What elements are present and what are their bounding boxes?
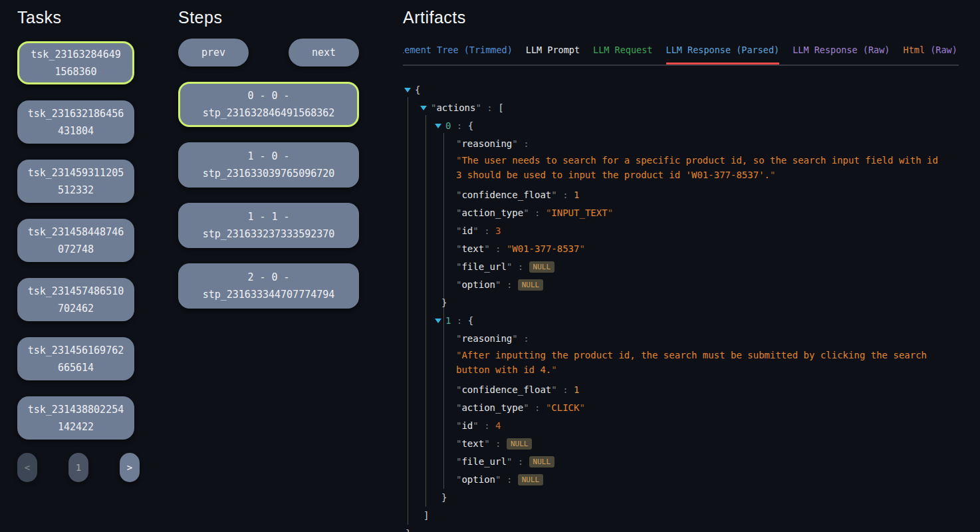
artifacts-panel: Artifacts Element Tree (Trimmed)LLM Prom… <box>403 8 959 532</box>
json-row: "action_type" : "INPUT_TEXT" <box>403 204 943 222</box>
tab-strip: Element Tree (Trimmed)LLM PromptLLM Requ… <box>403 45 957 65</box>
pagination-page-button[interactable]: 1 <box>68 453 88 482</box>
task-button[interactable]: tsk_231456169762665614 <box>17 337 134 380</box>
tab-html-raw[interactable]: Html (Raw) <box>904 45 957 65</box>
json-row: "file_url" : NULL <box>403 258 943 276</box>
json-row: 0 : { <box>403 117 943 135</box>
json-row: } <box>403 489 943 507</box>
json-row: } <box>403 525 943 532</box>
steps-title: Steps <box>178 8 359 27</box>
json-row: ] <box>403 507 943 525</box>
json-row: "text" : NULL <box>403 435 943 453</box>
step-button[interactable]: 1 - 1 - stp_231633237333592370 <box>178 203 359 248</box>
pagination-prev-button[interactable]: < <box>17 453 37 482</box>
tab-llm-prompt[interactable]: LLM Prompt <box>526 45 580 65</box>
task-button[interactable]: tsk_231457486510702462 <box>17 278 134 321</box>
json-row: "text" : "W01-377-8537" <box>403 240 943 258</box>
step-button[interactable]: 2 - 0 - stp_231633344707774794 <box>178 263 359 309</box>
task-button[interactable]: tsk_231632186456431804 <box>17 100 134 144</box>
tab-llm-response-raw[interactable]: LLM Response (Raw) <box>793 45 890 65</box>
step-button[interactable]: 1 - 0 - stp_231633039765096720 <box>178 142 359 188</box>
task-button[interactable]: tsk_231459311205512332 <box>17 160 134 203</box>
null-badge: NULL <box>518 474 544 485</box>
null-badge: NULL <box>518 279 544 291</box>
tab-llm-request[interactable]: LLM Request <box>593 45 652 65</box>
json-row: } <box>403 294 943 312</box>
json-rows: {"actions" : [0 : {"reasoning" :"The use… <box>403 81 943 532</box>
json-row: "confidence_float" : 1 <box>403 381 943 399</box>
task-button[interactable]: tsk_231438802254142422 <box>17 396 134 440</box>
artifacts-title: Artifacts <box>403 8 959 27</box>
collapse-arrow-icon[interactable] <box>404 88 411 92</box>
artifacts-tabbar: Element Tree (Trimmed)LLM PromptLLM Requ… <box>403 43 959 66</box>
json-row: "option" : NULL <box>403 276 943 294</box>
json-row: "id" : 3 <box>403 222 943 240</box>
json-row: "action_type" : "CLICK" <box>403 399 943 417</box>
json-row: "After inputting the product id, the sea… <box>403 348 943 377</box>
json-row: "option" : NULL <box>403 471 943 489</box>
app-root: Tasks tsk_231632846491568360tsk_23163218… <box>0 0 980 532</box>
json-row: "reasoning" : <box>403 330 943 348</box>
json-row: "reasoning" : <box>403 135 943 153</box>
tab-llm-response-parsed[interactable]: LLM Response (Parsed) <box>666 45 780 65</box>
null-badge: NULL <box>507 438 533 450</box>
task-list: tsk_231632846491568360tsk_23163218645643… <box>17 41 134 440</box>
steps-column: Steps prev next 0 - 0 - stp_231632846491… <box>178 8 359 309</box>
next-step-button[interactable]: next <box>289 39 359 66</box>
json-row: "The user needs to search for a specific… <box>403 153 943 182</box>
json-row: "id" : 4 <box>403 417 943 435</box>
tab-element-tree-trimmed[interactable]: Element Tree (Trimmed) <box>403 45 513 65</box>
json-row: "file_url" : NULL <box>403 453 943 471</box>
collapse-arrow-icon[interactable] <box>435 124 441 128</box>
tasks-pagination: < 1 > <box>17 453 140 482</box>
json-row: "confidence_float" : 1 <box>403 186 943 204</box>
collapse-arrow-icon[interactable] <box>435 319 441 323</box>
step-nav: prev next <box>178 39 359 66</box>
json-row: { <box>403 81 943 99</box>
tasks-title: Tasks <box>17 8 141 27</box>
json-row: "actions" : [ <box>403 99 943 117</box>
task-button[interactable]: tsk_231632846491568360 <box>17 41 134 84</box>
step-button[interactable]: 0 - 0 - stp_231632846491568362 <box>178 82 359 127</box>
null-badge: NULL <box>529 456 555 467</box>
json-viewer: {"actions" : [0 : {"reasoning" :"The use… <box>403 81 943 532</box>
pagination-next-button[interactable]: > <box>120 453 140 482</box>
null-badge: NULL <box>529 261 555 273</box>
tasks-column: Tasks tsk_231632846491568360tsk_23163218… <box>17 8 141 482</box>
prev-step-button[interactable]: prev <box>178 39 249 66</box>
task-button[interactable]: tsk_231458448746072748 <box>17 219 134 262</box>
json-row: 1 : { <box>403 312 943 330</box>
step-list: 0 - 0 - stp_2316328464915683621 - 0 - st… <box>178 82 359 309</box>
collapse-arrow-icon[interactable] <box>420 106 427 110</box>
